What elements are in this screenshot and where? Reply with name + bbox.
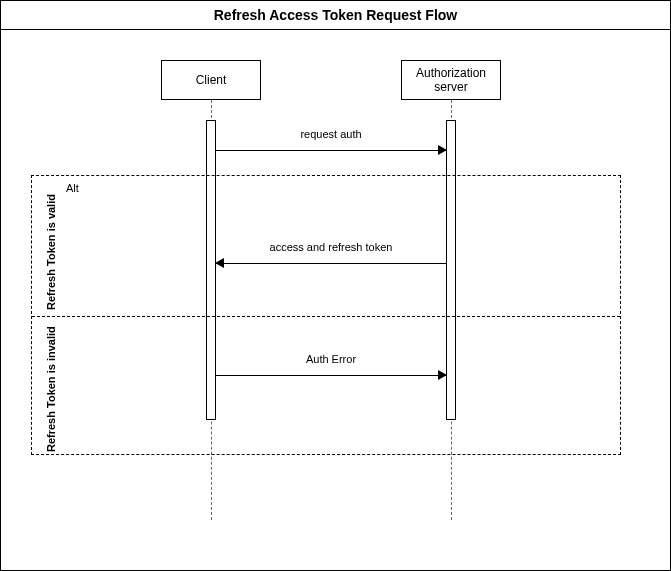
participant-client-label: Client [196, 73, 227, 87]
alt-guard-valid: Refresh Token is valid [45, 194, 57, 310]
alt-divider [32, 316, 620, 317]
alt-fragment: Alt [31, 175, 621, 455]
diagram-frame: Refresh Access Token Request Flow Client… [0, 0, 671, 571]
alt-guard-invalid: Refresh Token is invalid [45, 326, 57, 452]
message-line [216, 375, 446, 376]
message-access-refresh-label: access and refresh token [216, 241, 446, 253]
diagram-title: Refresh Access Token Request Flow [214, 7, 458, 23]
message-auth-error-label: Auth Error [216, 353, 446, 365]
alt-keyword: Alt [66, 182, 79, 194]
participant-client: Client [161, 60, 261, 100]
message-access-refresh: access and refresh token [216, 255, 446, 273]
arrow-left-icon [215, 258, 224, 268]
participant-auth-server: Authorization server [401, 60, 501, 100]
participant-auth-server-label: Authorization server [404, 66, 498, 95]
message-request-auth: request auth [216, 142, 446, 160]
title-bar: Refresh Access Token Request Flow [1, 1, 670, 30]
arrow-right-icon [438, 370, 447, 380]
message-auth-error: Auth Error [216, 367, 446, 385]
message-line [216, 150, 446, 151]
diagram-canvas: Client Authorization server request auth… [1, 30, 670, 571]
arrow-right-icon [438, 145, 447, 155]
message-request-auth-label: request auth [216, 128, 446, 140]
message-line [216, 263, 446, 264]
